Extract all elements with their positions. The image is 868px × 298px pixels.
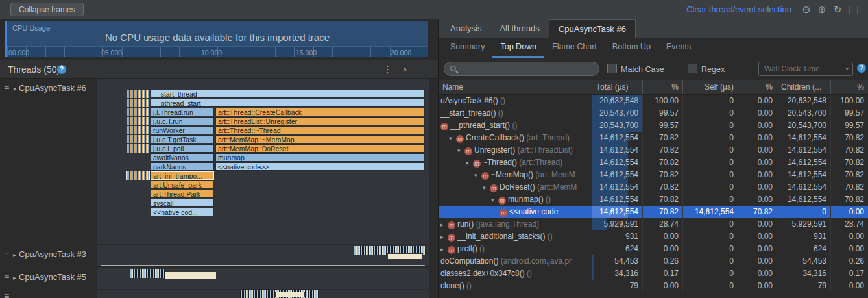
activity-stripes[interactable]: [127, 144, 149, 153]
flame-bar[interactable]: j.u.c.T.getTask: [151, 135, 214, 143]
activity-stripes[interactable]: [127, 171, 149, 180]
chevron-right-icon[interactable]: ▸: [13, 274, 16, 281]
flame-bar[interactable]: awaitNanos: [151, 153, 214, 162]
flame-bar[interactable]: parkNanos: [151, 162, 214, 171]
clear-selection-link[interactable]: Clear thread/event selection: [686, 5, 791, 14]
thread-row-label[interactable]: ▾CpuAsyncTask #6: [13, 83, 86, 93]
flame-bar[interactable]: <<native cod...: [151, 208, 214, 216]
thread-activity-block[interactable]: [275, 292, 305, 297]
column-header[interactable]: %: [643, 80, 683, 94]
tab-analysis[interactable]: Analysis: [441, 19, 490, 38]
column-header[interactable]: Name: [439, 80, 592, 94]
tab-all-threads[interactable]: All threads: [490, 19, 548, 38]
subtab-events[interactable]: Events: [658, 38, 699, 58]
chevron-down-icon[interactable]: ▾: [483, 182, 490, 193]
column-header[interactable]: Total (µs): [592, 80, 643, 94]
chevron-right-icon[interactable]: ▸: [440, 231, 448, 243]
thread-activity-block[interactable]: [387, 253, 423, 260]
table-row[interactable]: ▸m__init_additional_stacks() ()9310.0000…: [439, 230, 868, 243]
table-row[interactable]: ▾m~MemMap() (art::MemM14,612,55470.8200.…: [439, 169, 868, 181]
zoom-out-icon[interactable]: ⊖: [801, 4, 812, 16]
chevron-right-icon[interactable]: ▸: [440, 243, 448, 255]
column-header[interactable]: Self (µs): [683, 80, 738, 94]
table-row[interactable]: clone() ()790.0000.00790.00: [439, 280, 868, 292]
collapse-panel-icon[interactable]: ∧: [402, 65, 407, 73]
table-row[interactable]: ▾m~Thread() (art::Thread)14,612,55470.82…: [439, 156, 868, 169]
flame-bar[interactable]: munmap: [215, 153, 425, 162]
flame-bar[interactable]: syscall: [151, 199, 214, 207]
table-row[interactable]: uAsyncTask #6() ()20,632,548100.0000.002…: [439, 95, 868, 107]
table-row[interactable]: classes2.dex+0x347c8() ()34,3160.1700.00…: [439, 267, 868, 280]
zoom-in-icon[interactable]: ⊕: [816, 4, 828, 16]
activity-stripes[interactable]: [127, 99, 149, 107]
column-header[interactable]: Children (...: [777, 80, 831, 94]
thread-menu-icon[interactable]: ≡: [4, 292, 9, 298]
match-case-checkbox[interactable]: Match Case: [607, 64, 664, 74]
table-row[interactable]: ▾mmunmap() ()14,612,55470.8200.0014,612,…: [439, 193, 868, 206]
chevron-down-icon[interactable]: ▾: [457, 145, 464, 156]
table-row[interactable]: ▾mUnregister() (art::ThreadList)14,612,5…: [439, 144, 868, 156]
subtab-bottom-up[interactable]: Bottom Up: [605, 38, 658, 58]
subtab-flame-chart[interactable]: Flame Chart: [544, 38, 605, 58]
activity-stripes[interactable]: [127, 126, 149, 134]
regex-checkbox[interactable]: Regex: [688, 64, 725, 74]
table-row[interactable]: m__pthread_start() ()20,543,70099.5700.0…: [439, 119, 868, 132]
activity-stripes[interactable]: [127, 108, 149, 116]
table-row[interactable]: ▾mDoReset() (art::MemM14,612,55470.8200.…: [439, 181, 868, 193]
flame-bar[interactable]: __pthread_start: [151, 99, 425, 107]
chevron-right-icon[interactable]: ▸: [440, 219, 448, 230]
help-icon[interactable]: ?: [57, 65, 66, 74]
help-icon[interactable]: ?: [857, 64, 866, 73]
flame-bar[interactable]: art:Thread:Park: [151, 190, 214, 198]
clock-mode-dropdown[interactable]: Wall Clock Time ▾: [758, 62, 853, 76]
collapse-frames-button[interactable]: Collapse frames: [10, 3, 84, 16]
thread-activity-block[interactable]: [165, 271, 217, 280]
flame-bar[interactable]: j.u.c.L.poll: [151, 144, 214, 153]
flame-bar[interactable]: art_jni_trampo...: [151, 171, 214, 180]
flame-bar[interactable]: <<native code>>: [215, 162, 425, 171]
kebab-menu-icon[interactable]: ⋮: [383, 64, 392, 75]
flame-bar[interactable]: j.u.c.T.run: [151, 117, 214, 125]
subtab-top-down[interactable]: Top Down: [492, 38, 544, 58]
table-row[interactable]: ▸mrun() (java.lang.Thread)5,929,59128.74…: [439, 218, 868, 230]
chevron-right-icon[interactable]: ▸: [13, 251, 16, 258]
cell-total-pct: 70.82: [643, 156, 683, 169]
horizontal-scrollbar-thumb[interactable]: [101, 265, 425, 266]
frame-selection-icon[interactable]: [849, 6, 858, 14]
flame-bar[interactable]: art::MemMap::DoReset: [215, 144, 425, 153]
thread-menu-icon[interactable]: ≡: [4, 84, 9, 93]
thread-menu-icon[interactable]: ≡: [4, 273, 9, 282]
table-row[interactable]: ▸mprctl() ()6240.0000.006240.00: [439, 243, 868, 255]
chevron-down-icon[interactable]: ▾: [466, 157, 473, 169]
table-row[interactable]: doComputation() (android.com.java.pr54,4…: [439, 255, 868, 267]
thread-menu-icon[interactable]: ≡: [4, 250, 9, 259]
chevron-down-icon[interactable]: ▾: [13, 85, 16, 92]
activity-stripes[interactable]: [127, 135, 149, 143]
table-row[interactable]: __start_thread() ()20,543,70099.5700.002…: [439, 107, 868, 119]
reset-zoom-icon[interactable]: ↻: [832, 4, 843, 16]
search-input[interactable]: [461, 63, 597, 76]
flame-bar[interactable]: __start_thread: [151, 90, 425, 98]
subtab-summary[interactable]: Summary: [442, 38, 492, 58]
chevron-down-icon[interactable]: ▾: [449, 132, 456, 144]
cell-name: uAsyncTask #6() (): [439, 95, 592, 107]
tab-cpuasynctask-6[interactable]: CpuAsyncTask #6: [549, 19, 636, 38]
chevron-down-icon[interactable]: ▾: [491, 194, 498, 206]
flame-bar[interactable]: art::ThreadList::Unregister: [215, 117, 425, 125]
activity-stripes[interactable]: [127, 117, 149, 125]
thread-activity[interactable]: [130, 269, 165, 278]
table-row[interactable]: m<<native code14,612,55470.8214,612,5547…: [439, 206, 868, 218]
table-row[interactable]: ▾mCreateCallback() (art::Thread)14,612,5…: [439, 132, 868, 144]
thread-row-label[interactable]: ▸CpuAsyncTask #3: [13, 249, 86, 259]
flame-bar[interactable]: art:Unsafe_park: [151, 180, 214, 189]
flame-bar[interactable]: j.l.Thread.run: [151, 108, 214, 116]
activity-stripes[interactable]: [127, 90, 149, 98]
flame-bar[interactable]: runWorker: [151, 126, 214, 134]
thread-row-label[interactable]: ▸CpuAsyncTask #5: [13, 272, 86, 282]
flame-bar[interactable]: art::Thread::~Thread: [215, 126, 425, 134]
flame-bar[interactable]: art::Thread::CreateCallback: [215, 108, 425, 116]
column-header[interactable]: %: [738, 80, 777, 94]
chevron-down-icon[interactable]: ▾: [474, 169, 481, 181]
flame-bar[interactable]: art::MemMap::~MemMap: [215, 135, 425, 143]
column-header[interactable]: %: [831, 80, 868, 94]
